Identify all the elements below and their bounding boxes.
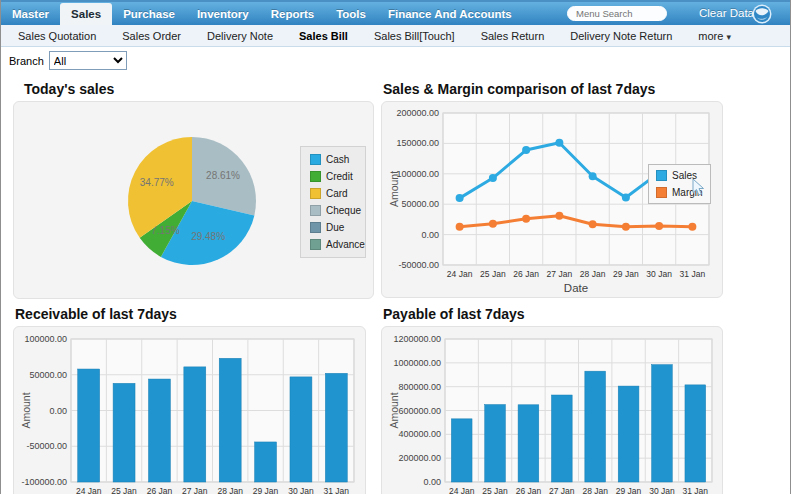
margin-point xyxy=(622,223,630,231)
bar-25Jan xyxy=(113,383,135,482)
x-tick-label: 25 Jan xyxy=(111,486,137,494)
legend-item-card: Card xyxy=(310,188,356,199)
sales-margin-panel: -50000.000.0050000.00100000.00150000.002… xyxy=(381,101,723,298)
submenu-item-label: Sales Order xyxy=(122,30,181,42)
sales-point xyxy=(622,194,630,202)
top-navbar: MasterSalesPurchaseInventoryReportsTools… xyxy=(1,0,790,25)
bar-30Jan xyxy=(652,365,673,482)
submenu-item-sales-order[interactable]: Sales Order xyxy=(109,30,194,42)
margin-point xyxy=(456,223,464,231)
submenu-item-delivery-note-return[interactable]: Delivery Note Return xyxy=(557,30,685,42)
menu-search-input[interactable] xyxy=(567,6,667,21)
sales-margin-section: Sales & Margin comparison of last 7days … xyxy=(381,74,723,299)
y-tick-label: 1000000.00 xyxy=(393,358,441,368)
bar-29Jan xyxy=(255,442,277,482)
submenu-item-sales-return[interactable]: Sales Return xyxy=(468,30,558,42)
margin-point xyxy=(489,220,497,228)
legend-swatch xyxy=(656,187,667,198)
pie-slice-label: 29.48% xyxy=(191,231,225,242)
main-menu-tab-tools[interactable]: Tools xyxy=(325,2,377,25)
x-tick-label: 29 Jan xyxy=(253,486,279,494)
y-tick-label: 1200000.00 xyxy=(393,334,441,344)
y-tick-label: 0.00 xyxy=(49,406,67,416)
submenu-item-label: Delivery Note xyxy=(207,30,273,42)
main-menu-tab-master[interactable]: Master xyxy=(1,2,60,25)
sales-point xyxy=(589,172,597,180)
x-tick-label: 31 Jan xyxy=(683,486,709,494)
y-tick-label: 0.00 xyxy=(421,230,439,240)
main-menu-tab-finance-and-accounts[interactable]: Finance And Accounts xyxy=(377,2,523,25)
pie-slice-label: 28.61% xyxy=(206,170,240,181)
margin-point xyxy=(522,215,530,223)
margin-point xyxy=(555,212,563,220)
main-menu-tab-reports[interactable]: Reports xyxy=(260,2,325,25)
submenu-item-label: Sales Bill xyxy=(299,30,348,42)
todays-sales-panel: 28.61%29.48%7.15%34.77% CashCreditCardCh… xyxy=(13,101,374,299)
bar-26Jan xyxy=(518,405,539,482)
x-tick-label: 25 Jan xyxy=(480,269,506,279)
receivable-bar-chart[interactable]: -100000.00-50000.000.0050000.00100000.00… xyxy=(19,332,362,494)
x-tick-label: 30 Jan xyxy=(646,269,672,279)
bar-26Jan xyxy=(148,379,170,482)
submenu-item-more[interactable]: more▾ xyxy=(685,30,744,42)
bar-27Jan xyxy=(184,367,206,482)
y-axis-label: Amount xyxy=(388,392,400,428)
y-axis-label: Amount xyxy=(388,171,400,207)
dashboard-window: MasterSalesPurchaseInventoryReportsTools… xyxy=(0,0,791,494)
submenu-item-sales-bill[interactable]: Sales Bill xyxy=(286,30,361,42)
submenu-item-delivery-note[interactable]: Delivery Note xyxy=(194,30,286,42)
y-tick-label: 50000.00 xyxy=(29,370,67,380)
margin-point xyxy=(655,222,663,230)
y-tick-label: 100000.00 xyxy=(24,334,67,344)
branch-select[interactable]: All xyxy=(49,51,127,70)
sales-margin-title: Sales & Margin comparison of last 7days xyxy=(383,81,723,97)
legend-item-credit: Credit xyxy=(310,171,356,182)
x-tick-label: 27 Jan xyxy=(547,269,573,279)
x-tick-label: 31 Jan xyxy=(324,486,350,494)
payable-bar-chart[interactable]: 0.00200000.00400000.00600000.00800000.00… xyxy=(387,332,719,494)
y-tick-label: -50000.00 xyxy=(398,260,439,270)
x-tick-label: 26 Jan xyxy=(147,486,173,494)
legend-label: Cash xyxy=(326,154,349,165)
legend-label: Advance xyxy=(326,239,365,250)
submenu-item-label: more xyxy=(698,30,723,42)
legend-swatch xyxy=(310,154,321,165)
y-tick-label: 150000.00 xyxy=(396,138,439,148)
bar-31Jan xyxy=(325,373,347,482)
y-tick-label: 400000.00 xyxy=(398,429,441,439)
x-tick-label: 24 Jan xyxy=(449,486,475,494)
dashboard-grid: Today's sales 28.61%29.48%7.15%34.77% Ca… xyxy=(1,74,790,494)
todays-sales-section: Today's sales 28.61%29.48%7.15%34.77% Ca… xyxy=(13,74,374,299)
bar-28Jan xyxy=(585,371,606,482)
x-tick-label: 24 Jan xyxy=(76,486,102,494)
x-tick-label: 28 Jan xyxy=(217,486,243,494)
y-tick-label: 0.00 xyxy=(423,477,441,487)
clear-data-link[interactable]: Clear Data xyxy=(699,7,754,19)
pie-legend: CashCreditCardChequeDueAdvance xyxy=(300,146,366,258)
y-tick-label: 600000.00 xyxy=(398,406,441,416)
receivable-title: Receivable of last 7days xyxy=(15,306,374,322)
legend-label: Due xyxy=(326,222,344,233)
x-tick-label: 27 Jan xyxy=(549,486,575,494)
submenu-item-sales-bill-touch-[interactable]: Sales Bill[Touch] xyxy=(361,30,468,42)
submenu-item-sales-quotation[interactable]: Sales Quotation xyxy=(5,30,109,42)
sales-point xyxy=(456,194,464,202)
submenu-item-label: Sales Quotation xyxy=(18,30,96,42)
legend-item-advance: Advance xyxy=(310,239,356,250)
main-menu-tab-inventory[interactable]: Inventory xyxy=(186,2,260,25)
y-tick-label: 100000.00 xyxy=(396,169,439,179)
main-menu-tab-sales[interactable]: Sales xyxy=(60,3,112,25)
legend-label: Cheque xyxy=(326,205,361,216)
margin-point xyxy=(589,220,597,228)
y-tick-label: -50000.00 xyxy=(26,441,67,451)
submenu-item-label: Sales Return xyxy=(481,30,545,42)
x-axis-label: Date xyxy=(564,282,588,294)
main-menu-tab-purchase[interactable]: Purchase xyxy=(112,2,186,25)
receivable-section: Receivable of last 7days -100000.00-5000… xyxy=(13,299,374,494)
x-tick-label: 28 Jan xyxy=(580,269,606,279)
pie-slice-label: 34.77% xyxy=(140,177,174,188)
legend-swatch xyxy=(310,171,321,182)
x-tick-label: 31 Jan xyxy=(680,269,706,279)
bar-30Jan xyxy=(290,377,312,482)
globe-icon[interactable] xyxy=(752,4,772,28)
